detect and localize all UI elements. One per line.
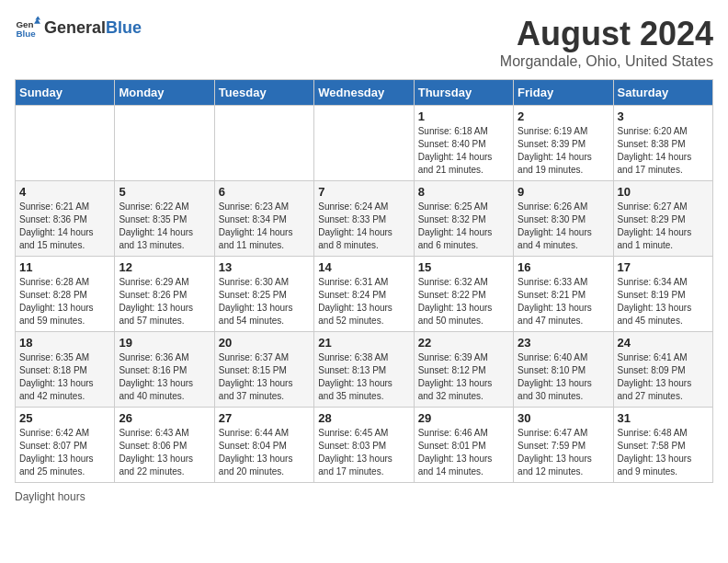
day-info: Sunrise: 6:43 AM Sunset: 8:06 PM Dayligh… <box>119 427 210 478</box>
day-number: 9 <box>518 185 609 199</box>
day-number: 1 <box>418 109 509 123</box>
calendar-week-row: 4Sunrise: 6:21 AM Sunset: 8:36 PM Daylig… <box>16 181 713 257</box>
day-number: 31 <box>618 411 709 425</box>
day-number: 8 <box>418 185 509 199</box>
calendar-cell: 6Sunrise: 6:23 AM Sunset: 8:34 PM Daylig… <box>214 181 313 257</box>
day-info: Sunrise: 6:22 AM Sunset: 8:35 PM Dayligh… <box>119 201 210 252</box>
calendar-cell <box>214 106 313 181</box>
day-number: 30 <box>518 411 609 425</box>
calendar-cell: 27Sunrise: 6:44 AM Sunset: 8:04 PM Dayli… <box>214 408 313 483</box>
day-info: Sunrise: 6:36 AM Sunset: 8:16 PM Dayligh… <box>119 351 210 403</box>
calendar-cell: 10Sunrise: 6:27 AM Sunset: 8:29 PM Dayli… <box>613 181 712 257</box>
day-info: Sunrise: 6:33 AM Sunset: 8:21 PM Dayligh… <box>518 276 609 327</box>
day-number: 7 <box>318 185 409 199</box>
day-info: Sunrise: 6:25 AM Sunset: 8:32 PM Dayligh… <box>418 201 509 252</box>
day-info: Sunrise: 6:37 AM Sunset: 8:15 PM Dayligh… <box>219 351 310 403</box>
calendar-cell: 12Sunrise: 6:29 AM Sunset: 8:26 PM Dayli… <box>115 257 214 332</box>
calendar-cell: 19Sunrise: 6:36 AM Sunset: 8:16 PM Dayli… <box>115 332 214 408</box>
day-info: Sunrise: 6:26 AM Sunset: 8:30 PM Dayligh… <box>518 201 609 252</box>
calendar-cell: 18Sunrise: 6:35 AM Sunset: 8:18 PM Dayli… <box>16 332 115 408</box>
calendar-cell <box>314 106 414 181</box>
calendar-week-row: 25Sunrise: 6:42 AM Sunset: 8:07 PM Dayli… <box>16 408 713 483</box>
day-info: Sunrise: 6:41 AM Sunset: 8:09 PM Dayligh… <box>618 351 709 403</box>
day-info: Sunrise: 6:42 AM Sunset: 8:07 PM Dayligh… <box>19 427 110 478</box>
svg-marker-2 <box>35 16 40 19</box>
day-number: 13 <box>219 260 310 274</box>
day-number: 3 <box>618 109 709 123</box>
day-number: 23 <box>518 336 609 350</box>
location-title: Morgandale, Ohio, United States <box>500 53 713 70</box>
calendar-week-row: 18Sunrise: 6:35 AM Sunset: 8:18 PM Dayli… <box>16 332 713 408</box>
day-info: Sunrise: 6:23 AM Sunset: 8:34 PM Dayligh… <box>219 201 310 252</box>
header-saturday: Saturday <box>613 80 712 106</box>
day-info: Sunrise: 6:35 AM Sunset: 8:18 PM Dayligh… <box>19 351 110 403</box>
day-info: Sunrise: 6:31 AM Sunset: 8:24 PM Dayligh… <box>318 276 409 327</box>
day-info: Sunrise: 6:28 AM Sunset: 8:28 PM Dayligh… <box>19 276 110 327</box>
calendar-cell: 24Sunrise: 6:41 AM Sunset: 8:09 PM Dayli… <box>613 332 712 408</box>
calendar-table: Sunday Monday Tuesday Wednesday Thursday… <box>15 79 713 483</box>
day-info: Sunrise: 6:47 AM Sunset: 7:59 PM Dayligh… <box>518 427 609 478</box>
day-info: Sunrise: 6:44 AM Sunset: 8:04 PM Dayligh… <box>219 427 310 478</box>
header-monday: Monday <box>115 80 214 106</box>
day-number: 19 <box>119 336 210 350</box>
day-number: 5 <box>119 185 210 199</box>
calendar-cell: 13Sunrise: 6:30 AM Sunset: 8:25 PM Dayli… <box>214 257 313 332</box>
day-number: 26 <box>119 411 210 425</box>
calendar-cell: 20Sunrise: 6:37 AM Sunset: 8:15 PM Dayli… <box>214 332 313 408</box>
calendar-cell: 29Sunrise: 6:46 AM Sunset: 8:01 PM Dayli… <box>414 408 513 483</box>
day-info: Sunrise: 6:32 AM Sunset: 8:22 PM Dayligh… <box>418 276 509 327</box>
day-info: Sunrise: 6:21 AM Sunset: 8:36 PM Dayligh… <box>19 201 110 252</box>
logo: Gen Blue GeneralBlue <box>15 15 142 40</box>
day-info: Sunrise: 6:48 AM Sunset: 7:58 PM Dayligh… <box>618 427 709 478</box>
day-number: 4 <box>19 185 110 199</box>
header-wednesday: Wednesday <box>314 80 414 106</box>
day-number: 16 <box>518 260 609 274</box>
title-area: August 2024 Morgandale, Ohio, United Sta… <box>500 15 713 70</box>
footer-note: Daylight hours <box>15 490 713 503</box>
calendar-cell: 9Sunrise: 6:26 AM Sunset: 8:30 PM Daylig… <box>514 181 613 257</box>
day-number: 29 <box>418 411 509 425</box>
header: Gen Blue GeneralBlue August 2024 Morgand… <box>15 15 713 70</box>
calendar-cell: 3Sunrise: 6:20 AM Sunset: 8:38 PM Daylig… <box>613 106 712 181</box>
day-number: 15 <box>418 260 509 274</box>
day-number: 11 <box>19 260 110 274</box>
day-number: 12 <box>119 260 210 274</box>
day-info: Sunrise: 6:34 AM Sunset: 8:19 PM Dayligh… <box>618 276 709 327</box>
calendar-cell <box>16 106 115 181</box>
calendar-cell: 16Sunrise: 6:33 AM Sunset: 8:21 PM Dayli… <box>514 257 613 332</box>
calendar-cell: 17Sunrise: 6:34 AM Sunset: 8:19 PM Dayli… <box>613 257 712 332</box>
day-number: 22 <box>418 336 509 350</box>
calendar-cell: 8Sunrise: 6:25 AM Sunset: 8:32 PM Daylig… <box>414 181 513 257</box>
day-info: Sunrise: 6:45 AM Sunset: 8:03 PM Dayligh… <box>318 427 409 478</box>
day-info: Sunrise: 6:20 AM Sunset: 8:38 PM Dayligh… <box>618 125 709 177</box>
logo-general: General <box>44 18 106 37</box>
day-info: Sunrise: 6:38 AM Sunset: 8:13 PM Dayligh… <box>318 351 409 403</box>
day-number: 20 <box>219 336 310 350</box>
day-info: Sunrise: 6:29 AM Sunset: 8:26 PM Dayligh… <box>119 276 210 327</box>
day-info: Sunrise: 6:40 AM Sunset: 8:10 PM Dayligh… <box>518 351 609 403</box>
day-info: Sunrise: 6:39 AM Sunset: 8:12 PM Dayligh… <box>418 351 509 403</box>
calendar-cell: 30Sunrise: 6:47 AM Sunset: 7:59 PM Dayli… <box>514 408 613 483</box>
calendar-cell: 22Sunrise: 6:39 AM Sunset: 8:12 PM Dayli… <box>414 332 513 408</box>
logo-blue: Blue <box>106 18 142 37</box>
day-number: 27 <box>219 411 310 425</box>
calendar-cell <box>115 106 214 181</box>
calendar-cell: 2Sunrise: 6:19 AM Sunset: 8:39 PM Daylig… <box>514 106 613 181</box>
calendar-cell: 25Sunrise: 6:42 AM Sunset: 8:07 PM Dayli… <box>16 408 115 483</box>
day-info: Sunrise: 6:24 AM Sunset: 8:33 PM Dayligh… <box>318 201 409 252</box>
calendar-cell: 15Sunrise: 6:32 AM Sunset: 8:22 PM Dayli… <box>414 257 513 332</box>
logo-icon: Gen Blue <box>15 15 40 40</box>
day-number: 18 <box>19 336 110 350</box>
day-number: 28 <box>318 411 409 425</box>
calendar-cell: 1Sunrise: 6:18 AM Sunset: 8:40 PM Daylig… <box>414 106 513 181</box>
header-thursday: Thursday <box>414 80 513 106</box>
day-info: Sunrise: 6:27 AM Sunset: 8:29 PM Dayligh… <box>618 201 709 252</box>
day-number: 17 <box>618 260 709 274</box>
day-info: Sunrise: 6:46 AM Sunset: 8:01 PM Dayligh… <box>418 427 509 478</box>
calendar-cell: 11Sunrise: 6:28 AM Sunset: 8:28 PM Dayli… <box>16 257 115 332</box>
calendar-cell: 21Sunrise: 6:38 AM Sunset: 8:13 PM Dayli… <box>314 332 414 408</box>
calendar-body: 1Sunrise: 6:18 AM Sunset: 8:40 PM Daylig… <box>16 106 713 483</box>
header-sunday: Sunday <box>16 80 115 106</box>
header-tuesday: Tuesday <box>214 80 313 106</box>
day-number: 10 <box>618 185 709 199</box>
